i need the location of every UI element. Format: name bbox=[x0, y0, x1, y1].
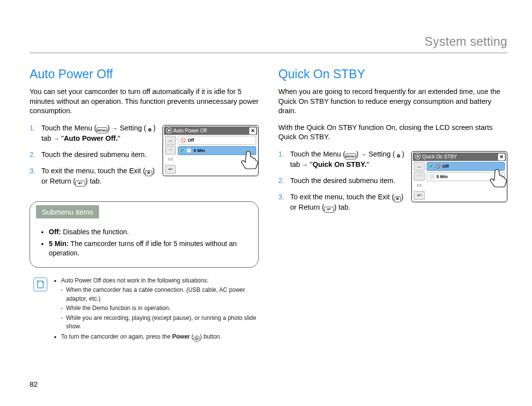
close-icon: ✕ bbox=[498, 154, 505, 160]
touch-hand-icon bbox=[237, 150, 260, 169]
menu-icon: MENU bbox=[345, 154, 356, 159]
return-icon: ↩ bbox=[324, 207, 334, 213]
gear-icon: ⚙ bbox=[146, 126, 153, 133]
note-icon bbox=[33, 278, 47, 291]
gear-icon: ⚙ bbox=[395, 153, 402, 159]
submenu-item-5min: 5 Min: The camcorder turns off if idle f… bbox=[49, 239, 249, 258]
screenshot-title: Quick On STBY bbox=[422, 154, 457, 159]
step-1: Touch the Menu (MENU) → Setting (⚙) tab … bbox=[278, 149, 416, 170]
quick-on-stby-section: Quick On STBY When you are going to reco… bbox=[278, 63, 507, 343]
note-bullet-2: To turn the camcorder on again, press th… bbox=[61, 333, 259, 342]
note-dash-2: While the Demo function is in operation. bbox=[66, 304, 259, 312]
note-bullet-1: Auto Power Off does not work in the foll… bbox=[61, 277, 259, 331]
quick-on-stby-heading: Quick On STBY bbox=[278, 67, 507, 81]
auto-power-off-heading: Auto Power Off bbox=[30, 67, 259, 81]
page-number: 82 bbox=[30, 380, 38, 388]
quick-on-stby-screenshot: Quick On STBY ✕ ︿ ﹀ 1/1 ↩ ✔🚫 Off bbox=[411, 151, 507, 202]
submenu-items-box: Submenu items Off: Disables the function… bbox=[30, 201, 259, 268]
auto-power-off-screenshot: Auto Power Off ✕ ︿ ﹀ 1/1 ↩ 🚫 Off bbox=[163, 125, 259, 176]
note-dash-1: When the camcorder has a cable connectio… bbox=[66, 286, 259, 303]
close-icon: ✕ bbox=[249, 127, 256, 134]
touch-hand-icon bbox=[486, 168, 509, 187]
return-icon: ↩ bbox=[75, 181, 85, 187]
step-3: To exit the menu, touch the Exit (✕) or … bbox=[278, 192, 416, 213]
auto-power-off-section: Auto Power Off You can set your camcorde… bbox=[30, 63, 259, 343]
power-icon: ⏻ bbox=[194, 336, 200, 342]
step-2: Touch the desired submenu item. bbox=[278, 176, 416, 186]
submenu-items-tab: Submenu items bbox=[36, 205, 99, 219]
quick-on-stby-intro-1: When you are going to record frequently … bbox=[278, 87, 507, 116]
auto-power-off-intro: You can set your camcorder to turn off a… bbox=[30, 87, 259, 116]
notes-block: Auto Power Off does not work in the foll… bbox=[30, 277, 259, 343]
submenu-item-off: Off: Disables the function. bbox=[49, 227, 249, 237]
quick-on-stby-intro-2: With the Quick On STBY function On, clos… bbox=[278, 123, 507, 142]
close-icon: ✕ bbox=[145, 170, 152, 176]
step-1: Touch the Menu (MENU) → Setting (⚙) tab … bbox=[30, 123, 167, 144]
step-2: Touch the desired submenu item. bbox=[30, 150, 167, 160]
screenshot-title: Auto Power Off bbox=[173, 128, 207, 133]
screenshot-row-off: 🚫 Off bbox=[178, 136, 256, 145]
running-header: System setting bbox=[30, 34, 507, 53]
close-icon: ✕ bbox=[394, 196, 401, 202]
step-3: To exit the menu, touch the Exit (✕) or … bbox=[30, 166, 167, 187]
note-dash-3: While you are recording, playing (except… bbox=[66, 314, 259, 331]
menu-icon: MENU bbox=[97, 127, 107, 133]
